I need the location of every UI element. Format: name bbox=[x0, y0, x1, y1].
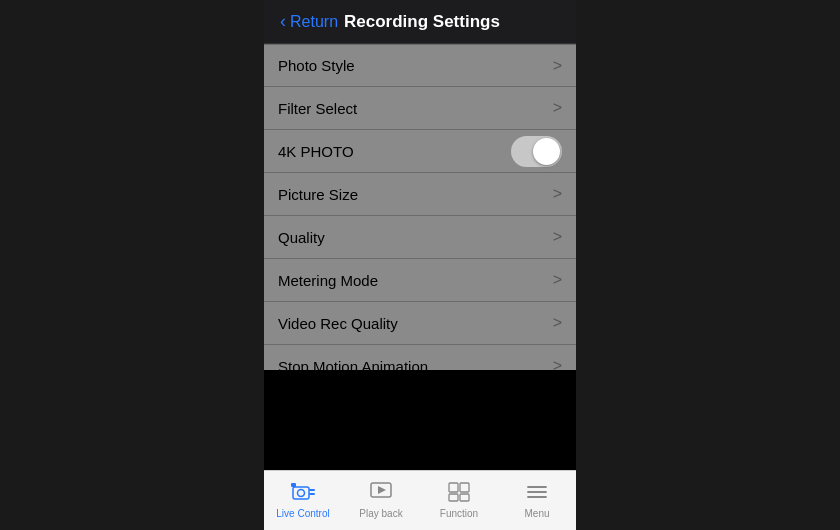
chevron-right-icon: > bbox=[553, 185, 562, 203]
tab-bar: Live Control Play back Fun bbox=[264, 470, 576, 530]
tab-play-back[interactable]: Play back bbox=[342, 482, 420, 519]
tab-live-control[interactable]: Live Control bbox=[264, 482, 342, 519]
play-back-label: Play back bbox=[359, 508, 402, 519]
live-control-label: Live Control bbox=[276, 508, 329, 519]
function-icon bbox=[448, 482, 470, 506]
picture-size-label: Picture Size bbox=[278, 186, 358, 203]
svg-rect-3 bbox=[309, 489, 315, 491]
live-control-svg bbox=[290, 482, 316, 502]
svg-point-1 bbox=[298, 490, 305, 497]
play-back-icon bbox=[370, 482, 392, 506]
settings-item-filter-select[interactable]: Filter Select > bbox=[264, 87, 576, 130]
black-area bbox=[264, 370, 576, 470]
tab-menu[interactable]: Menu bbox=[498, 482, 576, 519]
svg-marker-6 bbox=[378, 486, 386, 494]
page-title: Recording Settings bbox=[344, 12, 500, 32]
quality-label: Quality bbox=[278, 229, 325, 246]
settings-item-4k-photo[interactable]: 4K PHOTO bbox=[264, 130, 576, 173]
menu-svg bbox=[526, 482, 548, 502]
settings-item-quality[interactable]: Quality > bbox=[264, 216, 576, 259]
menu-icon bbox=[526, 482, 548, 506]
live-control-icon bbox=[290, 482, 316, 506]
svg-rect-7 bbox=[449, 483, 458, 492]
settings-item-photo-style[interactable]: Photo Style > bbox=[264, 44, 576, 87]
phone-container: ‹ Return Recording Settings Photo Style … bbox=[264, 0, 576, 530]
chevron-left-icon: ‹ bbox=[280, 11, 286, 32]
chevron-right-icon: > bbox=[553, 57, 562, 75]
toggle-knob bbox=[533, 138, 560, 165]
back-label: Return bbox=[290, 13, 338, 31]
svg-rect-10 bbox=[460, 494, 469, 501]
menu-label: Menu bbox=[524, 508, 549, 519]
stop-motion-animation-label: Stop Motion Animation bbox=[278, 358, 428, 371]
tab-function[interactable]: Function bbox=[420, 482, 498, 519]
4k-photo-toggle[interactable] bbox=[511, 136, 562, 167]
settings-list: Photo Style > Filter Select > 4K PHOTO P… bbox=[264, 44, 576, 370]
back-button[interactable]: ‹ Return bbox=[280, 11, 338, 32]
photo-style-label: Photo Style bbox=[278, 57, 355, 74]
chevron-right-icon: > bbox=[553, 99, 562, 117]
svg-rect-4 bbox=[309, 493, 315, 495]
playback-svg bbox=[370, 482, 392, 502]
4k-photo-toggle-container bbox=[511, 136, 562, 167]
svg-rect-9 bbox=[449, 494, 458, 501]
metering-mode-label: Metering Mode bbox=[278, 272, 378, 289]
settings-item-stop-motion-animation[interactable]: Stop Motion Animation > bbox=[264, 345, 576, 370]
header: ‹ Return Recording Settings bbox=[264, 0, 576, 44]
svg-rect-8 bbox=[460, 483, 469, 492]
settings-item-picture-size[interactable]: Picture Size > bbox=[264, 173, 576, 216]
chevron-right-icon: > bbox=[553, 357, 562, 370]
function-svg bbox=[448, 482, 470, 502]
settings-item-metering-mode[interactable]: Metering Mode > bbox=[264, 259, 576, 302]
chevron-right-icon: > bbox=[553, 228, 562, 246]
chevron-right-icon: > bbox=[553, 314, 562, 332]
filter-select-label: Filter Select bbox=[278, 100, 357, 117]
chevron-right-icon: > bbox=[553, 271, 562, 289]
settings-item-video-rec-quality[interactable]: Video Rec Quality > bbox=[264, 302, 576, 345]
svg-rect-2 bbox=[291, 483, 296, 487]
function-label: Function bbox=[440, 508, 478, 519]
video-rec-quality-label: Video Rec Quality bbox=[278, 315, 398, 332]
4k-photo-label: 4K PHOTO bbox=[278, 143, 354, 160]
